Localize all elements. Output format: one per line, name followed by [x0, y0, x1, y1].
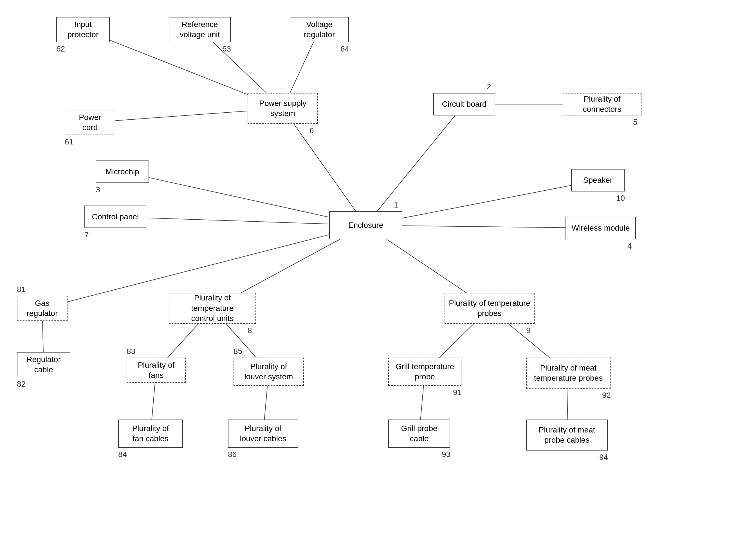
- diagram: Enclosure1Power supply system6Circuit bo…: [0, 0, 756, 544]
- node-gas_regulator: Gas regulator: [17, 296, 68, 321]
- node-id-speaker: 10: [616, 194, 625, 203]
- node-label-regulator_cable: Regulator cable: [26, 355, 60, 375]
- node-label-grill_temp_probe: Grill temperature probe: [396, 362, 454, 382]
- node-label-enclosure: Enclosure: [348, 220, 383, 230]
- node-label-circuit_board: Circuit board: [442, 99, 487, 109]
- connection-plurality_fans-plurality_temp_control: [168, 324, 198, 358]
- node-id-ref_voltage: 63: [222, 44, 231, 53]
- node-regulator_cable: Regulator cable: [17, 352, 70, 377]
- node-id-microchip: 3: [96, 185, 100, 194]
- connection-plurality_louver_cables-plurality_louver: [264, 386, 268, 420]
- node-id-grill_temp_probe: 91: [453, 388, 462, 397]
- node-grill_temp_probe: Grill temperature probe: [388, 358, 461, 386]
- node-id-voltage_reg: 64: [340, 44, 349, 53]
- node-plurality_meat_cables: Plurality of meat probe cables: [526, 420, 608, 451]
- node-label-wireless_module: Wireless module: [572, 223, 630, 233]
- connection-grill_temp_probe-plurality_temp_probes: [439, 324, 474, 358]
- node-id-grill_probe_cable: 93: [442, 450, 450, 459]
- node-label-plurality_louver_cables: Plurality of louver cables: [240, 424, 286, 444]
- node-id-plurality_louver_cables: 86: [228, 450, 237, 459]
- node-id-plurality_louver: 85: [234, 347, 242, 356]
- node-control_panel: Control panel: [84, 205, 146, 228]
- connection-circuit_board-enclosure: [377, 115, 455, 211]
- node-id-plurality_meat_cables: 94: [599, 453, 608, 462]
- node-plurality_temp_control: Plurality of temperature control units: [169, 293, 256, 324]
- connection-plurality_fan_cables-plurality_fans: [152, 383, 155, 420]
- node-label-plurality_fans: Plurality of fans: [138, 360, 175, 381]
- node-id-plurality_temp_probes: 9: [526, 326, 531, 335]
- node-label-plurality_meat_probes: Plurality of meat temperature probes: [534, 363, 603, 384]
- node-label-gas_regulator: Gas regulator: [27, 298, 58, 319]
- node-grill_probe_cable: Grill probe cable: [388, 420, 450, 448]
- node-plurality_temp_probes: Plurality of temperature probes: [445, 293, 535, 324]
- node-plurality_connectors: Plurality of connectors: [563, 93, 641, 115]
- connection-plurality_temp_control-enclosure: [241, 239, 340, 293]
- node-label-plurality_fan_cables: Plurality of fan cables: [132, 424, 169, 444]
- node-plurality_fan_cables: Plurality of fan cables: [118, 420, 183, 448]
- node-ref_voltage: Reference voltage unit: [169, 17, 231, 42]
- connection-power_supply-enclosure: [294, 124, 356, 211]
- node-label-plurality_temp_probes: Plurality of temperature probes: [449, 298, 530, 319]
- node-plurality_meat_probes: Plurality of meat temperature probes: [526, 358, 611, 389]
- node-id-enclosure: 1: [394, 200, 398, 209]
- node-input_protector: Input protector: [56, 17, 110, 42]
- node-label-plurality_connectors: Plurality of connectors: [567, 94, 638, 115]
- node-id-regulator_cable: 82: [17, 380, 26, 389]
- node-label-plurality_meat_cables: Plurality of meat probe cables: [539, 425, 595, 446]
- connection-ref_voltage-power_supply: [213, 42, 266, 93]
- connection-regulator_cable-gas_regulator: [42, 321, 43, 352]
- node-id-plurality_meat_probes: 92: [602, 391, 611, 400]
- node-id-input_protector: 62: [56, 44, 65, 53]
- connection-plurality_meat_cables-plurality_meat_probes: [567, 389, 568, 420]
- connection-plurality_temp_probes-enclosure: [387, 239, 466, 293]
- connection-lines: [0, 0, 756, 544]
- connection-gas_regulator-enclosure: [68, 234, 329, 302]
- node-enclosure: Enclosure: [329, 211, 402, 239]
- node-label-ref_voltage: Reference voltage unit: [180, 19, 220, 40]
- node-label-microchip: Microchip: [106, 167, 139, 177]
- node-label-speaker: Speaker: [583, 175, 613, 185]
- connection-power_cord-power_supply: [115, 111, 248, 120]
- node-wireless_module: Wireless module: [566, 217, 636, 239]
- node-id-control_panel: 7: [84, 230, 89, 239]
- node-id-plurality_fan_cables: 84: [118, 450, 127, 459]
- node-id-gas_regulator: 81: [17, 285, 26, 294]
- node-label-voltage_reg: Voltage regulator: [304, 19, 335, 40]
- node-id-power_supply: 6: [309, 126, 314, 135]
- node-label-control_panel: Control panel: [92, 212, 139, 222]
- node-plurality_louver: Plurality of louver system: [234, 358, 304, 386]
- connection-wireless_module-enclosure: [402, 226, 566, 228]
- node-label-input_protector: Input protector: [68, 19, 99, 40]
- node-label-power_supply: Power supply system: [259, 98, 306, 119]
- node-label-power_cord: Power cord: [79, 112, 101, 133]
- node-power_cord: Power cord: [65, 110, 115, 135]
- node-id-plurality_connectors: 5: [633, 118, 638, 127]
- node-id-power_cord: 61: [65, 137, 73, 146]
- node-voltage_reg: Voltage regulator: [290, 17, 349, 42]
- connection-microchip-enclosure: [149, 178, 329, 217]
- node-label-grill_probe_cable: Grill probe cable: [401, 424, 437, 444]
- connection-voltage_reg-power_supply: [290, 42, 314, 93]
- node-circuit_board: Circuit board: [433, 93, 495, 115]
- connection-grill_probe_cable-grill_temp_probe: [421, 386, 424, 420]
- node-label-plurality_temp_control: Plurality of temperature control units: [173, 293, 252, 324]
- connection-speaker-enclosure: [402, 185, 571, 218]
- node-id-circuit_board: 2: [487, 82, 491, 91]
- node-id-wireless_module: 4: [627, 241, 632, 250]
- node-id-plurality_temp_control: 8: [248, 326, 252, 335]
- node-speaker: Speaker: [571, 169, 625, 191]
- node-id-plurality_fans: 83: [127, 347, 135, 356]
- node-label-plurality_louver: Plurality of louver system: [244, 362, 293, 382]
- node-plurality_fans: Plurality of fans: [127, 358, 186, 383]
- connection-control_panel-enclosure: [146, 218, 329, 224]
- node-microchip: Microchip: [96, 160, 149, 183]
- node-power_supply: Power supply system: [248, 93, 318, 124]
- node-plurality_louver_cables: Plurality of louver cables: [228, 420, 298, 448]
